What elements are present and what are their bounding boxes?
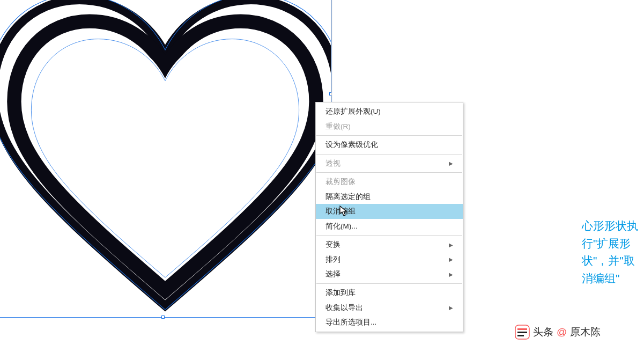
watermark: 头条 @ 原木陈	[515, 325, 601, 340]
svg-rect-1	[517, 328, 527, 330]
watermark-at: @	[557, 326, 567, 338]
menu-item-label: 还原扩展外观(U)	[325, 107, 381, 116]
chevron-right-icon: ▶	[449, 256, 453, 263]
menu-separator	[316, 154, 462, 155]
watermark-author: 原木陈	[570, 325, 601, 339]
chevron-right-icon: ▶	[449, 271, 453, 278]
menu-export-selection[interactable]: 导出所选项目...	[316, 315, 463, 330]
menu-separator	[316, 172, 462, 173]
menu-item-label: 透视	[325, 159, 340, 168]
menu-transform[interactable]: 变换 ▶	[316, 237, 463, 252]
menu-simplify[interactable]: 简化(M)...	[316, 219, 463, 234]
chevron-right-icon: ▶	[449, 304, 453, 311]
menu-item-label: 隔离选定的组	[325, 192, 371, 202]
menu-separator	[316, 135, 462, 136]
menu-item-label: 设为像素级优化	[325, 140, 378, 150]
menu-item-label: 裁剪图像	[325, 177, 356, 187]
svg-rect-3	[517, 335, 524, 336]
menu-item-label: 导出所选项目...	[325, 318, 376, 327]
menu-item-label: 选择	[325, 269, 340, 279]
menu-crop-image: 裁剪图像	[316, 174, 463, 189]
menu-perspective: 透视 ▶	[316, 156, 463, 171]
annotation-caption: 心形形状执行"扩展形状"，并"取消编组"	[582, 217, 643, 287]
context-menu: 还原扩展外观(U) 重做(R) 设为像素级优化 透视 ▶ 裁剪图像 隔离选定的组…	[315, 102, 463, 332]
svg-rect-2	[517, 332, 527, 333]
menu-ungroup[interactable]: 取消编组	[316, 204, 463, 219]
menu-item-label: 添加到库	[325, 288, 356, 298]
menu-redo: 重做(R)	[316, 119, 463, 134]
heart-shape[interactable]	[0, 0, 332, 324]
chevron-right-icon: ▶	[449, 160, 453, 167]
menu-undo-expand-appearance[interactable]: 还原扩展外观(U)	[316, 104, 463, 119]
menu-collect-for-export[interactable]: 收集以导出 ▶	[316, 300, 463, 315]
menu-add-to-library[interactable]: 添加到库	[316, 285, 463, 300]
chevron-right-icon: ▶	[449, 241, 453, 248]
menu-item-label: 简化(M)...	[325, 222, 358, 231]
menu-item-label: 取消编组	[325, 207, 356, 216]
menu-pixel-perfect[interactable]: 设为像素级优化	[316, 137, 463, 152]
menu-item-label: 重做(R)	[325, 122, 351, 131]
toutiao-logo-icon	[515, 325, 530, 340]
menu-item-label: 变换	[325, 240, 340, 249]
menu-separator	[316, 235, 462, 236]
menu-arrange[interactable]: 排列 ▶	[316, 252, 463, 267]
menu-select[interactable]: 选择 ▶	[316, 267, 463, 282]
menu-item-label: 排列	[325, 255, 340, 265]
menu-isolate-group[interactable]: 隔离选定的组	[316, 189, 463, 204]
watermark-brand: 头条	[533, 325, 553, 339]
menu-item-label: 收集以导出	[325, 303, 363, 313]
menu-separator	[316, 283, 462, 284]
canvas-area[interactable]	[0, 0, 332, 319]
